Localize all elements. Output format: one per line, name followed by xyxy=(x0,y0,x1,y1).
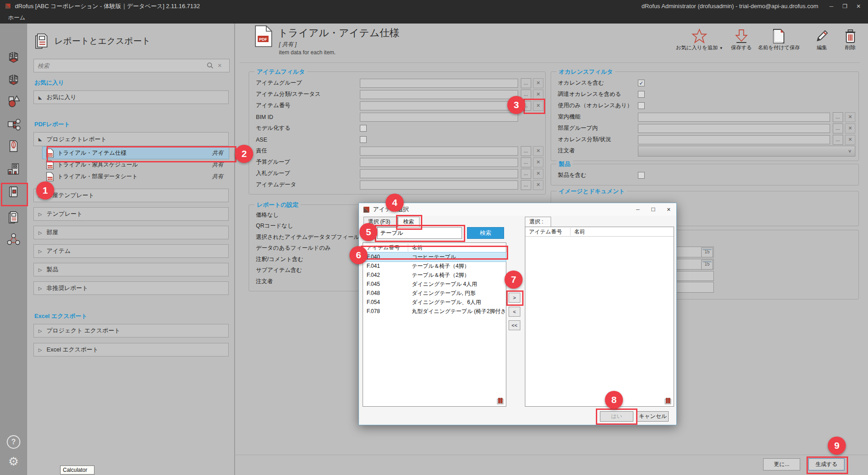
budget-group-field[interactable] xyxy=(360,158,518,167)
search-icon[interactable] xyxy=(207,62,217,69)
result-row[interactable]: F.042 テーブル＆椅子（2脚） xyxy=(363,271,506,280)
lookup-button[interactable]: … xyxy=(521,169,531,179)
ase-checkbox[interactable] xyxy=(360,136,367,143)
items-shapes-icon[interactable] xyxy=(6,93,21,109)
column-options-icon[interactable] xyxy=(665,397,672,404)
lookup-button[interactable]: … xyxy=(833,124,843,133)
procurement-checkbox[interactable] xyxy=(638,91,645,98)
results-header[interactable]: アイテム番号 名前 xyxy=(363,243,506,252)
include-occurrences-checkbox[interactable]: ✓ xyxy=(638,80,645,86)
item-group-field[interactable] xyxy=(360,79,518,88)
lookup-button[interactable]: … xyxy=(833,112,843,122)
column-header-number[interactable]: アイテム番号 xyxy=(363,244,408,252)
column-header-name[interactable]: 名前 xyxy=(571,228,674,236)
dialog-title-bar[interactable]: アイテム選択 ─ ☐ ✕ xyxy=(359,203,676,216)
reports-icon[interactable] xyxy=(6,209,21,225)
rooms-icon[interactable] xyxy=(6,49,21,66)
bim-id-field[interactable] xyxy=(360,113,518,122)
systems-network-icon[interactable] xyxy=(6,231,21,247)
lookup-button[interactable]: … xyxy=(521,78,531,88)
item-data-field[interactable] xyxy=(360,180,518,190)
dialog-minimize-icon[interactable]: ─ xyxy=(630,207,646,212)
clear-button[interactable]: ✕ xyxy=(533,101,543,111)
clear-button[interactable]: ✕ xyxy=(533,146,543,156)
calendar-icon[interactable]: 15 xyxy=(701,247,713,257)
clear-button[interactable]: ✕ xyxy=(845,135,855,145)
report-group-bar[interactable]: ▷ 部屋 xyxy=(33,226,229,239)
products-link-icon[interactable] xyxy=(6,117,21,133)
responsibility-field[interactable] xyxy=(360,147,518,156)
export-group-bar[interactable]: ▷ プロジェクト エクスポート xyxy=(33,324,229,337)
project-reports-group[interactable]: ◣ プロジェクトレポート xyxy=(33,132,229,146)
ok-button[interactable]: はい xyxy=(600,411,633,422)
occurrence-classification-field[interactable] xyxy=(638,135,830,144)
report-group-bar[interactable]: ▷ 非推奨レポート xyxy=(33,281,229,295)
catalog-icon[interactable] xyxy=(6,184,21,200)
result-row[interactable]: F.040 コーヒーテーブル xyxy=(363,252,506,261)
more-button[interactable]: 更に... xyxy=(763,458,800,470)
generate-button[interactable]: 生成する xyxy=(808,458,844,470)
report-list-item[interactable]: PDF トライアル・家具スケジュール 共有 xyxy=(42,159,229,171)
dialog-search-input[interactable] xyxy=(377,227,462,239)
clear-button[interactable]: ✕ xyxy=(533,157,543,167)
used-only-checkbox[interactable] xyxy=(638,102,645,109)
building-icon[interactable] xyxy=(6,161,21,177)
result-row[interactable]: F.054 ダイニングテーブル、6人用 xyxy=(363,298,506,307)
save-as-button[interactable]: 名前を付けて保存 xyxy=(754,27,804,51)
favorites-group[interactable]: ◣ お気に入り xyxy=(33,90,229,104)
move-add-button[interactable]: > xyxy=(509,293,520,303)
column-header-name[interactable]: 名前 xyxy=(408,244,506,252)
report-list-item[interactable]: PDF トライアル・部屋データシート 共有 xyxy=(42,171,229,182)
report-group-bar[interactable]: ▷ 製品 xyxy=(33,263,229,276)
settings-gear-icon[interactable]: ⚙ xyxy=(0,456,27,467)
item-classification-field[interactable] xyxy=(360,90,518,99)
clear-button[interactable]: ✕ xyxy=(533,90,543,100)
clear-button[interactable]: ✕ xyxy=(845,112,855,122)
clear-button[interactable]: ✕ xyxy=(533,169,543,179)
move-remove-button[interactable]: < xyxy=(509,307,520,317)
tender-group-field[interactable] xyxy=(360,169,518,178)
room-group-field[interactable] xyxy=(638,124,830,133)
tab-selected[interactable]: 選択 : xyxy=(525,217,551,227)
report-group-bar[interactable]: ▷ テンプレート xyxy=(33,207,229,221)
lookup-button[interactable]: … xyxy=(521,180,531,190)
move-remove-all-button[interactable]: << xyxy=(509,320,520,330)
dialog-close-icon[interactable]: ✕ xyxy=(661,207,676,213)
report-search-input[interactable] xyxy=(34,62,207,69)
column-options-icon[interactable] xyxy=(497,397,504,404)
modelled-checkbox[interactable] xyxy=(360,125,367,132)
tab-search[interactable]: 検索 xyxy=(398,217,420,227)
lookup-button[interactable]: … xyxy=(521,146,531,156)
result-row[interactable]: F.048 ダイニングテーブル, 円形 xyxy=(363,289,506,298)
calendar-icon[interactable]: 15 xyxy=(701,260,713,270)
minimize-icon[interactable]: ─ xyxy=(825,3,838,10)
result-row[interactable]: F.045 ダイニングテーブル 4人用 xyxy=(363,280,506,289)
lookup-button[interactable]: … xyxy=(521,157,531,167)
result-row[interactable]: F.078 丸型ダイニングテーブル (椅子2脚付き) xyxy=(363,307,506,316)
search-clear-icon[interactable]: ✕ xyxy=(217,62,229,69)
cancel-button[interactable]: キャンセル xyxy=(637,411,669,422)
result-row[interactable]: F.041 テーブル＆椅子（4脚） xyxy=(363,261,506,271)
maximize-icon[interactable]: ❐ xyxy=(838,3,852,10)
column-header-number[interactable]: アイテム番号 xyxy=(525,228,571,236)
item-number-field[interactable] xyxy=(360,101,518,110)
selected-header[interactable]: アイテム番号 名前 xyxy=(525,227,674,237)
menu-home[interactable]: ホーム xyxy=(8,14,25,22)
export-group-bar[interactable]: ▷ Excel エクスポート xyxy=(33,343,229,356)
orderer-combobox[interactable]: ˅ xyxy=(638,146,855,157)
report-list-item[interactable]: PDF トライアル・アイテム仕様 共有 xyxy=(42,147,229,159)
dialog-search-button[interactable]: 検索 xyxy=(467,227,504,239)
help-icon[interactable]: ? xyxy=(0,435,27,449)
clear-button[interactable]: ✕ xyxy=(533,78,543,88)
attachments-icon[interactable] xyxy=(6,138,21,154)
clear-button[interactable]: ✕ xyxy=(845,124,855,133)
clear-button[interactable]: ✕ xyxy=(533,180,543,190)
report-group-bar[interactable]: ▷ 部屋テンプレート xyxy=(33,189,229,202)
close-icon[interactable]: ✕ xyxy=(852,3,865,10)
report-group-bar[interactable]: ▷ アイテム xyxy=(33,244,229,258)
lookup-button[interactable]: … xyxy=(833,135,843,145)
room-data-icon[interactable] xyxy=(6,72,21,88)
dialog-maximize-icon[interactable]: ☐ xyxy=(646,207,661,213)
include-products-checkbox[interactable] xyxy=(638,172,645,179)
room-function-field[interactable] xyxy=(638,113,830,122)
